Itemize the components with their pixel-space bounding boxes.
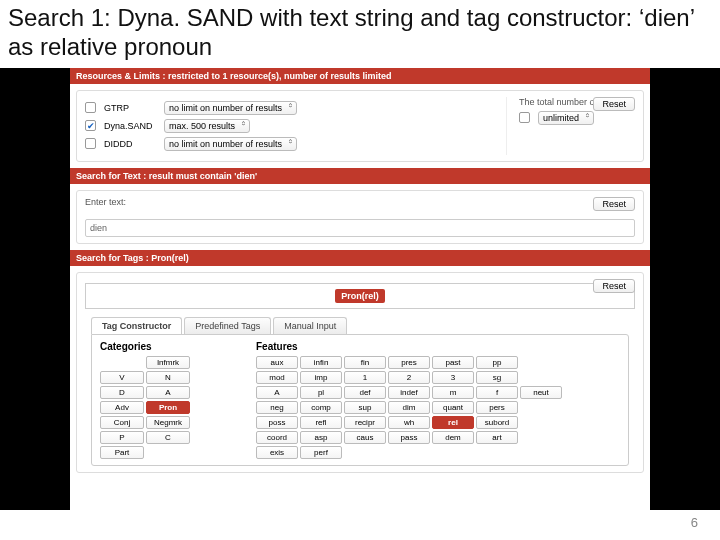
feature-cell[interactable]: aux [256,356,298,369]
feature-cell[interactable]: neg [256,401,298,414]
tag-search-panel: Reset Pron(rel) Tag ConstructorPredefine… [76,272,644,473]
feature-cell [520,431,562,444]
resource-label: GTRP [104,103,156,113]
category-cell[interactable]: Pron [146,401,190,414]
tab-predefined-tags[interactable]: Predefined Tags [184,317,271,334]
tab-tag-constructor[interactable]: Tag Constructor [91,317,182,334]
feature-cell[interactable]: pp [476,356,518,369]
feature-cell[interactable]: quant [432,401,474,414]
category-cell[interactable]: Conj [100,416,144,429]
category-cell[interactable]: D [100,386,144,399]
feature-cell[interactable]: A [256,386,298,399]
checkbox-dynasand[interactable]: ✔ [85,120,96,131]
feature-cell [344,446,386,459]
feature-cell[interactable]: 3 [432,371,474,384]
category-cell[interactable]: Adv [100,401,144,414]
features-grid: auxinfinfinprespastppmodimp123sgApldefin… [256,356,562,459]
search-text-input[interactable]: dien [85,219,635,237]
feature-cell[interactable]: past [432,356,474,369]
feature-cell[interactable]: subord [476,416,518,429]
feature-cell[interactable]: pres [388,356,430,369]
feature-cell[interactable]: perf [300,446,342,459]
tag-chip-area: Pron(rel) [85,283,635,309]
limit-select[interactable]: no limit on number of results [164,101,297,115]
category-cell[interactable]: A [146,386,190,399]
category-cell[interactable]: Infmrk [146,356,190,369]
resource-row: GTRP no limit on number of results [85,101,297,115]
app-letterbox: Resources & Limits : restricted to 1 res… [0,68,720,510]
reset-button[interactable]: Reset [593,197,635,211]
feature-cell[interactable]: caus [344,431,386,444]
feature-cell [520,446,562,459]
category-cell[interactable]: Negmrk [146,416,190,429]
resource-label: DIDDD [104,139,156,149]
categories-section: Categories InfmrkVNDAAdvPronConjNegmrkPC… [100,341,236,459]
resource-row: ✔ Dyna.SAND max. 500 results [85,119,297,133]
resource-row: DIDDD no limit on number of results [85,137,297,151]
feature-cell [432,446,474,459]
feature-cell[interactable]: coord [256,431,298,444]
feature-cell[interactable]: indef [388,386,430,399]
feature-cell[interactable]: refl [300,416,342,429]
limit-select[interactable]: no limit on number of results [164,137,297,151]
limit-select[interactable]: max. 500 results [164,119,250,133]
feature-cell [520,371,562,384]
tag-chip[interactable]: Pron(rel) [335,289,385,303]
category-cell[interactable]: Part [100,446,144,459]
feature-cell [520,401,562,414]
checkbox-diddd[interactable] [85,138,96,149]
features-head: Features [256,341,562,352]
text-search-bar: Search for Text : result must contain 'd… [70,168,650,184]
feature-cell[interactable]: mod [256,371,298,384]
feature-cell[interactable]: f [476,386,518,399]
category-cell [192,446,236,459]
feature-cell[interactable]: rel [432,416,474,429]
category-cell[interactable]: V [100,371,144,384]
feature-cell [476,446,518,459]
category-cell [100,356,144,369]
feature-cell[interactable]: pers [476,401,518,414]
checkbox-total[interactable] [519,112,530,123]
feature-cell[interactable]: wh [388,416,430,429]
feature-cell[interactable]: fin [344,356,386,369]
feature-cell[interactable]: dem [432,431,474,444]
checkbox-gtrp[interactable] [85,102,96,113]
feature-cell[interactable]: art [476,431,518,444]
feature-cell[interactable]: sg [476,371,518,384]
enter-text-label: Enter text: [85,197,635,207]
features-section: Features auxinfinfinprespastppmodimp123s… [256,341,562,459]
feature-cell[interactable]: pass [388,431,430,444]
category-cell[interactable]: P [100,431,144,444]
feature-cell[interactable]: neut [520,386,562,399]
feature-cell[interactable]: comp [300,401,342,414]
category-cell[interactable]: N [146,371,190,384]
category-cell [192,386,236,399]
feature-cell[interactable]: sup [344,401,386,414]
feature-cell [520,416,562,429]
resource-label: Dyna.SAND [104,121,156,131]
app-window: Resources & Limits : restricted to 1 res… [70,68,650,510]
categories-grid: InfmrkVNDAAdvPronConjNegmrkPCPart [100,356,236,459]
feature-cell[interactable]: 2 [388,371,430,384]
feature-cell[interactable]: dim [388,401,430,414]
feature-cell[interactable]: poss [256,416,298,429]
feature-cell[interactable]: imp [300,371,342,384]
feature-cell[interactable]: exis [256,446,298,459]
total-select[interactable]: unlimited [538,111,594,125]
slide-number: 6 [691,515,698,530]
resource-list: GTRP no limit on number of results ✔ Dyn… [85,97,297,155]
feature-cell[interactable]: 1 [344,371,386,384]
resources-panel: Reset GTRP no limit on number of results… [76,90,644,162]
tab-manual-input[interactable]: Manual Input [273,317,347,334]
category-cell[interactable]: C [146,431,190,444]
feature-cell[interactable]: pl [300,386,342,399]
feature-cell[interactable]: asp [300,431,342,444]
feature-cell [520,356,562,369]
feature-cell[interactable]: m [432,386,474,399]
feature-cell[interactable]: def [344,386,386,399]
reset-button[interactable]: Reset [593,97,635,111]
feature-cell[interactable]: recipr [344,416,386,429]
category-cell [146,446,190,459]
feature-cell[interactable]: infin [300,356,342,369]
reset-button[interactable]: Reset [593,279,635,293]
